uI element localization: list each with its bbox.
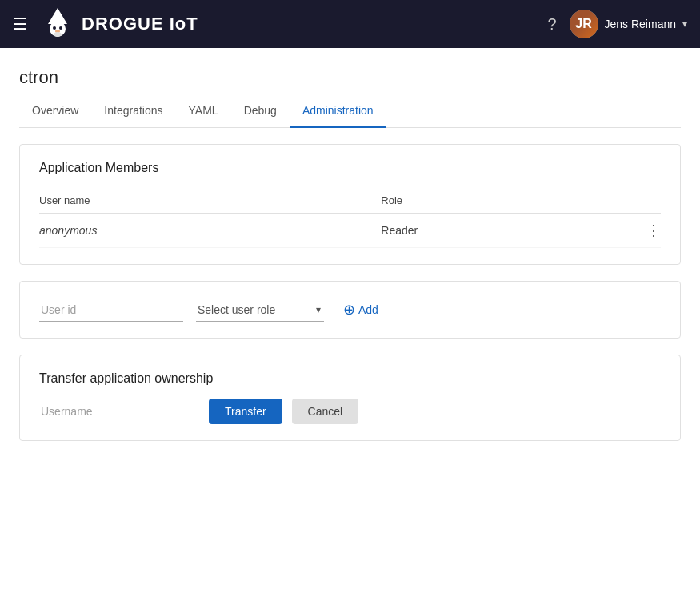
tab-yaml[interactable]: YAML bbox=[176, 94, 231, 128]
menu-icon[interactable]: ☰ bbox=[13, 14, 27, 34]
add-member-form: Select user role Reader Manager Admin ▾ … bbox=[39, 298, 661, 322]
logo: DROGUE IoT bbox=[40, 6, 547, 42]
role-select[interactable]: Select user role Reader Manager Admin bbox=[196, 298, 324, 322]
more-actions-icon[interactable]: ⋮ bbox=[646, 222, 661, 238]
column-header-role: Role bbox=[381, 188, 630, 214]
member-actions[interactable]: ⋮ bbox=[630, 214, 661, 248]
add-member-card: Select user role Reader Manager Admin ▾ … bbox=[19, 281, 681, 339]
application-members-title: Application Members bbox=[39, 161, 661, 175]
transfer-username-input[interactable] bbox=[39, 400, 199, 423]
column-header-actions bbox=[630, 188, 661, 214]
avatar: JR bbox=[570, 10, 598, 38]
page-content: ctron Overview Integrations YAML Debug A… bbox=[0, 48, 700, 441]
help-icon[interactable]: ? bbox=[547, 15, 556, 34]
logo-mascot-icon bbox=[40, 6, 75, 42]
table-row: anonymous Reader ⋮ bbox=[39, 214, 661, 248]
column-header-username: User name bbox=[39, 188, 381, 214]
cancel-button[interactable]: Cancel bbox=[292, 399, 359, 424]
members-table: User name Role anonymous Reader ⋮ bbox=[39, 188, 661, 248]
tab-debug[interactable]: Debug bbox=[231, 94, 290, 128]
tabs: Overview Integrations YAML Debug Adminis… bbox=[19, 94, 681, 128]
svg-point-2 bbox=[53, 26, 56, 30]
avatar-initials: JR bbox=[570, 10, 598, 38]
application-members-card: Application Members User name Role anony… bbox=[19, 144, 681, 265]
add-member-button[interactable]: ⊕ Add bbox=[337, 298, 385, 322]
username-label: Jens Reimann bbox=[605, 18, 677, 30]
transfer-form: Transfer Cancel bbox=[39, 399, 661, 424]
add-button-label: Add bbox=[358, 303, 378, 316]
role-select-wrapper: Select user role Reader Manager Admin ▾ bbox=[196, 298, 324, 322]
transfer-ownership-title: Transfer application ownership bbox=[39, 371, 661, 386]
logo-text: DROGUE IoT bbox=[82, 14, 198, 34]
transfer-button[interactable]: Transfer bbox=[209, 399, 282, 424]
tab-integrations[interactable]: Integrations bbox=[91, 94, 175, 128]
topbar-right: ? JR Jens Reimann ▾ bbox=[547, 10, 687, 38]
add-circle-icon: ⊕ bbox=[343, 301, 355, 319]
member-username: anonymous bbox=[39, 214, 381, 248]
svg-point-5 bbox=[54, 32, 62, 37]
tab-administration[interactable]: Administration bbox=[290, 94, 386, 128]
app-name: ctron bbox=[19, 61, 681, 91]
tab-overview[interactable]: Overview bbox=[19, 94, 91, 128]
member-role: Reader bbox=[381, 214, 630, 248]
transfer-ownership-card: Transfer application ownership Transfer … bbox=[19, 355, 681, 441]
user-menu[interactable]: JR Jens Reimann ▾ bbox=[570, 10, 688, 38]
user-dropdown-arrow[interactable]: ▾ bbox=[682, 18, 687, 30]
user-id-input[interactable] bbox=[39, 298, 183, 322]
svg-point-3 bbox=[59, 26, 62, 30]
topbar: ☰ DROGUE IoT ? JR Jens Reimann ▾ bbox=[0, 0, 700, 48]
